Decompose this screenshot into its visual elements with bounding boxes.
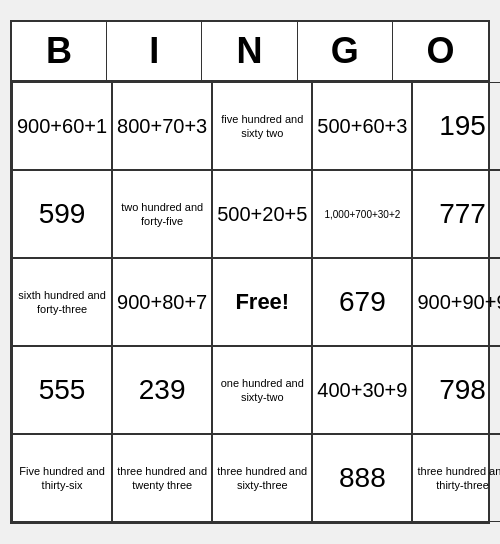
bingo-cell-21: three hundred and twenty three <box>112 434 212 522</box>
bingo-cell-6: two hundred and forty-five <box>112 170 212 258</box>
bingo-cell-20: Five hundred and thirty-six <box>12 434 112 522</box>
bingo-letter-n: N <box>202 22 297 80</box>
bingo-card: BINGO 900+60+1800+70+3five hundred and s… <box>10 20 490 524</box>
bingo-cell-0: 900+60+1 <box>12 82 112 170</box>
bingo-cell-16: 239 <box>112 346 212 434</box>
bingo-cell-10: sixth hundred and forty-three <box>12 258 112 346</box>
bingo-cell-3: 500+60+3 <box>312 82 412 170</box>
bingo-cell-8: 1,000+700+30+2 <box>312 170 412 258</box>
bingo-cell-13: 679 <box>312 258 412 346</box>
bingo-cell-23: 888 <box>312 434 412 522</box>
bingo-letter-o: O <box>393 22 488 80</box>
bingo-letter-i: I <box>107 22 202 80</box>
bingo-cell-17: one hundred and sixty-two <box>212 346 312 434</box>
bingo-cell-14: 900+90+9 <box>412 258 500 346</box>
bingo-cell-18: 400+30+9 <box>312 346 412 434</box>
bingo-cell-19: 798 <box>412 346 500 434</box>
bingo-letter-b: B <box>12 22 107 80</box>
bingo-cell-12: Free! <box>212 258 312 346</box>
bingo-cell-9: 777 <box>412 170 500 258</box>
bingo-letter-g: G <box>298 22 393 80</box>
bingo-grid: 900+60+1800+70+3five hundred and sixty t… <box>12 82 488 522</box>
bingo-cell-2: five hundred and sixty two <box>212 82 312 170</box>
bingo-cell-11: 900+80+7 <box>112 258 212 346</box>
bingo-header: BINGO <box>12 22 488 82</box>
bingo-cell-15: 555 <box>12 346 112 434</box>
bingo-cell-22: three hundred and sixty-three <box>212 434 312 522</box>
bingo-cell-7: 500+20+5 <box>212 170 312 258</box>
bingo-cell-5: 599 <box>12 170 112 258</box>
bingo-cell-24: three hundred and thirty-three <box>412 434 500 522</box>
bingo-cell-4: 195 <box>412 82 500 170</box>
bingo-cell-1: 800+70+3 <box>112 82 212 170</box>
